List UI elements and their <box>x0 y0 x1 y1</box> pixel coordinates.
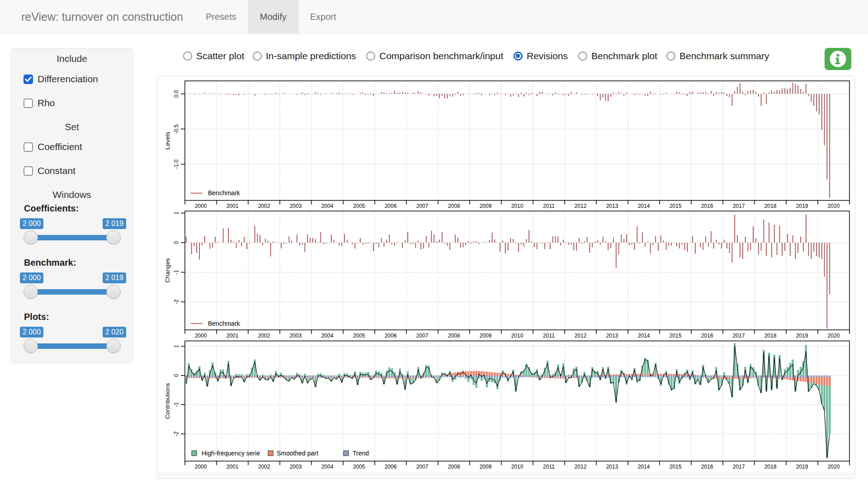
svg-text:2004: 2004 <box>321 203 334 209</box>
svg-text:2008: 2008 <box>448 333 460 339</box>
svg-text:2009: 2009 <box>480 464 492 470</box>
svg-text:2003: 2003 <box>290 464 302 470</box>
svg-text:2011: 2011 <box>543 203 555 209</box>
svg-text:2010: 2010 <box>511 464 524 470</box>
svg-text:2014: 2014 <box>638 203 650 209</box>
svg-text:Smoothed part: Smoothed part <box>277 450 318 457</box>
svg-text:2010: 2010 <box>511 203 524 209</box>
svg-text:2001: 2001 <box>226 333 239 339</box>
svg-text:2018: 2018 <box>764 464 777 470</box>
svg-text:2000: 2000 <box>195 203 207 209</box>
svg-text:High-frequency serie: High-frequency serie <box>202 450 260 457</box>
svg-text:2013: 2013 <box>606 203 618 209</box>
svg-text:2006: 2006 <box>385 464 397 470</box>
svg-text:2011: 2011 <box>543 333 555 339</box>
svg-text:2008: 2008 <box>448 203 460 209</box>
svg-text:Levels: Levels <box>164 131 171 149</box>
svg-text:-2: -2 <box>173 299 179 304</box>
svg-text:2003: 2003 <box>290 333 302 339</box>
svg-text:2006: 2006 <box>385 333 397 339</box>
svg-text:2019: 2019 <box>796 464 808 470</box>
svg-text:2002: 2002 <box>258 203 270 209</box>
svg-text:2000: 2000 <box>195 333 207 339</box>
svg-text:2002: 2002 <box>258 333 270 339</box>
svg-text:0: 0 <box>173 374 179 377</box>
svg-text:2007: 2007 <box>416 203 429 209</box>
svg-text:2009: 2009 <box>480 203 492 209</box>
svg-text:2005: 2005 <box>353 333 365 339</box>
svg-text:2017: 2017 <box>733 333 745 339</box>
svg-text:-0.5: -0.5 <box>173 124 179 134</box>
svg-text:2015: 2015 <box>670 203 682 209</box>
svg-text:1: 1 <box>173 211 179 215</box>
svg-text:-1: -1 <box>173 402 179 407</box>
svg-text:2001: 2001 <box>226 203 239 209</box>
svg-text:0: 0 <box>173 241 179 244</box>
svg-text:2012: 2012 <box>575 333 587 339</box>
svg-text:2002: 2002 <box>258 464 270 470</box>
svg-text:2012: 2012 <box>575 464 587 470</box>
svg-text:2017: 2017 <box>733 464 745 470</box>
svg-text:Benchmark: Benchmark <box>208 189 241 197</box>
svg-text:2003: 2003 <box>290 203 302 209</box>
svg-text:2010: 2010 <box>511 333 524 339</box>
svg-text:2001: 2001 <box>226 464 239 470</box>
svg-text:2020: 2020 <box>828 464 840 470</box>
svg-text:2004: 2004 <box>321 464 334 470</box>
svg-text:2005: 2005 <box>353 203 365 209</box>
svg-text:-1: -1 <box>173 270 179 275</box>
svg-text:2013: 2013 <box>606 333 618 339</box>
svg-text:Benchmark: Benchmark <box>208 320 241 327</box>
svg-text:2020: 2020 <box>828 203 840 209</box>
svg-text:2009: 2009 <box>480 333 492 339</box>
svg-text:2016: 2016 <box>701 203 713 209</box>
svg-text:-1.0: -1.0 <box>173 160 179 169</box>
svg-text:0.0: 0.0 <box>173 90 179 98</box>
svg-text:2008: 2008 <box>448 464 460 470</box>
svg-text:1: 1 <box>173 345 179 348</box>
svg-text:2014: 2014 <box>638 464 650 470</box>
svg-text:Changes: Changes <box>164 258 171 282</box>
svg-text:2018: 2018 <box>764 333 777 339</box>
svg-text:2007: 2007 <box>416 333 429 339</box>
svg-text:2017: 2017 <box>733 203 745 209</box>
svg-text:2016: 2016 <box>701 464 713 470</box>
svg-text:2006: 2006 <box>385 203 397 209</box>
svg-text:2004: 2004 <box>321 333 334 339</box>
svg-text:Contributions: Contributions <box>164 383 171 419</box>
svg-text:2015: 2015 <box>670 333 682 339</box>
svg-text:2005: 2005 <box>353 464 365 470</box>
svg-text:2018: 2018 <box>764 203 777 209</box>
svg-text:Trend: Trend <box>353 450 369 457</box>
svg-text:-2: -2 <box>173 432 179 436</box>
svg-text:2012: 2012 <box>575 203 587 209</box>
svg-text:2016: 2016 <box>701 333 713 339</box>
svg-text:2011: 2011 <box>543 464 555 470</box>
svg-text:2020: 2020 <box>828 333 840 339</box>
svg-text:2000: 2000 <box>195 464 207 470</box>
svg-text:2014: 2014 <box>638 333 650 339</box>
svg-text:2013: 2013 <box>606 464 618 470</box>
svg-text:2019: 2019 <box>796 203 808 209</box>
svg-text:2015: 2015 <box>670 464 682 470</box>
svg-text:2007: 2007 <box>416 464 429 470</box>
svg-text:2019: 2019 <box>796 333 808 339</box>
